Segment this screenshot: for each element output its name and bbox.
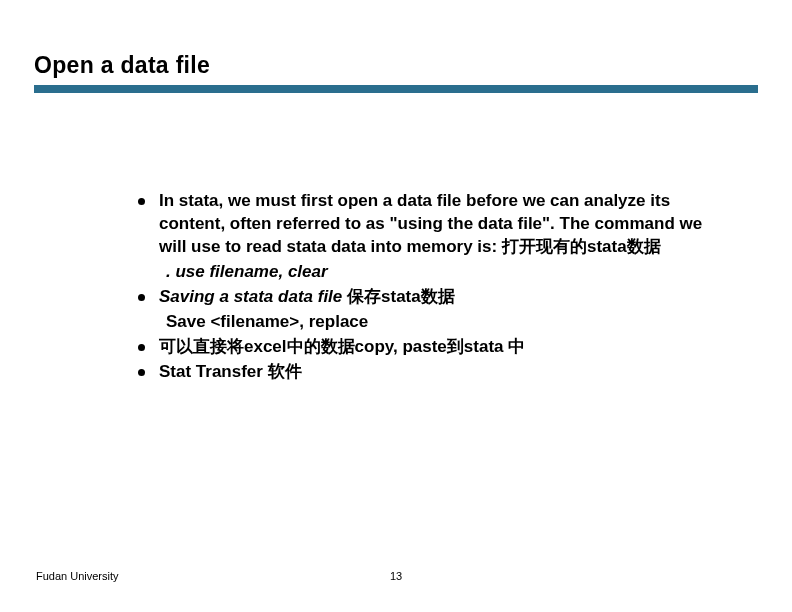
bullet-icon: [138, 344, 145, 351]
bullet-item: Saving a stata data file 保存stata数据: [138, 286, 708, 309]
title-area: Open a data file: [34, 52, 758, 93]
footer-organization: Fudan University: [36, 570, 119, 582]
bullet-subtext: . use filename, clear: [166, 261, 708, 284]
bullet-text: 可以直接将excel中的数据copy, paste到stata 中: [159, 336, 525, 359]
bullet-item: 可以直接将excel中的数据copy, paste到stata 中: [138, 336, 708, 359]
bullet-text: Saving a stata data file 保存stata数据: [159, 286, 455, 309]
bullet-text: Stat Transfer 软件: [159, 361, 302, 384]
bullet-text: In stata, we must first open a data file…: [159, 190, 708, 259]
bullet-icon: [138, 198, 145, 205]
slide: Open a data file In stata, we must first…: [0, 0, 792, 612]
footer-page-number: 13: [390, 570, 402, 582]
bullet-text-italic: Saving a stata data file: [159, 287, 347, 306]
title-underline: [34, 85, 758, 93]
bullet-text-suffix: 保存stata数据: [347, 287, 455, 306]
bullet-item: Stat Transfer 软件: [138, 361, 708, 384]
slide-title: Open a data file: [34, 52, 758, 79]
content-area: In stata, we must first open a data file…: [138, 190, 708, 386]
command-text: . use filename, clear: [166, 262, 328, 281]
bullet-subtext: Save <filename>, replace: [166, 311, 708, 334]
bullet-item: In stata, we must first open a data file…: [138, 190, 708, 259]
bullet-icon: [138, 369, 145, 376]
bullet-icon: [138, 294, 145, 301]
